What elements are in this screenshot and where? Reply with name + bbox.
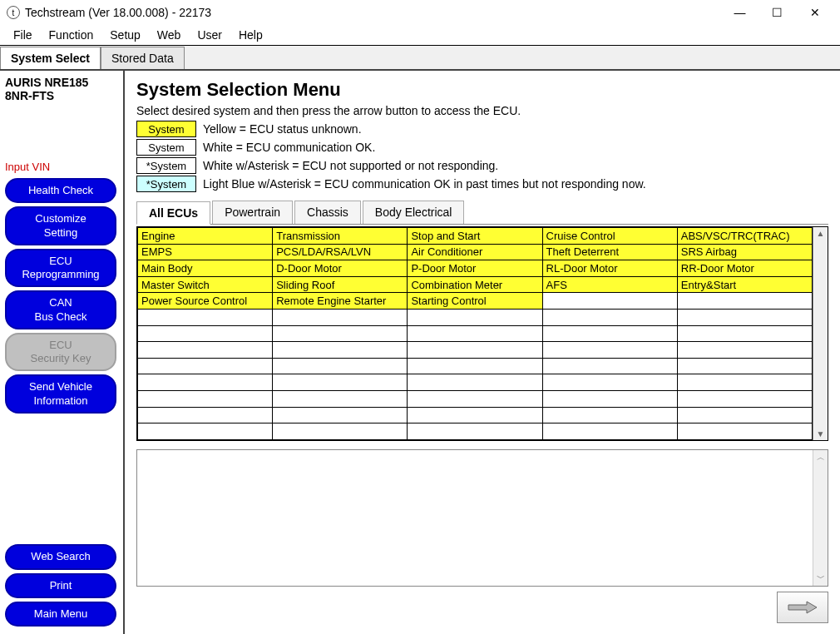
main-menu-button[interactable]: Main Menu xyxy=(5,602,116,627)
ecu-cell xyxy=(677,407,812,423)
table-row xyxy=(138,342,813,359)
top-tabs: System SelectStored Data xyxy=(0,45,840,71)
ecu-cell xyxy=(138,391,273,408)
ecu-cell[interactable]: EMPS xyxy=(138,244,273,260)
menu-help[interactable]: Help xyxy=(232,27,269,43)
print-button[interactable]: Print xyxy=(5,573,116,598)
table-row xyxy=(138,407,813,423)
ecu-cell[interactable]: Starting Control xyxy=(408,293,542,310)
vehicle-model: AURIS NRE185 xyxy=(5,76,118,89)
menu-file[interactable]: File xyxy=(7,27,39,43)
customize-button[interactable]: CustomizeSetting xyxy=(5,206,116,245)
ecu-tabs: All ECUsPowertrainChassisBody Electrical xyxy=(136,201,828,225)
ecu-cell[interactable]: Remote Engine Starter xyxy=(273,293,408,310)
ecu-cell xyxy=(273,423,408,440)
ecu-tab-all-ecus[interactable]: All ECUs xyxy=(136,201,210,225)
ecu-cell xyxy=(138,358,273,374)
menu-web[interactable]: Web xyxy=(151,27,188,43)
ecu-cell xyxy=(542,391,677,408)
tab-stored-data[interactable]: Stored Data xyxy=(101,47,185,69)
menu-function[interactable]: Function xyxy=(42,27,101,43)
ecu-button[interactable]: ECUReprogramming xyxy=(5,249,116,288)
web-search-button[interactable]: Web Search xyxy=(5,544,116,569)
legend-swatch: *System xyxy=(136,176,196,192)
legend-row: SystemWhite = ECU communication OK. xyxy=(136,139,828,156)
ecu-cell[interactable]: P-Door Motor xyxy=(408,260,542,277)
detail-panel: ︿ ﹀ xyxy=(136,449,828,587)
ecu-cell[interactable]: Entry&Start xyxy=(677,276,812,293)
ecu-tab-body-electrical[interactable]: Body Electrical xyxy=(363,201,465,224)
ecu-tab-powertrain[interactable]: Powertrain xyxy=(212,201,293,224)
ecu-cell[interactable]: Stop and Start xyxy=(408,228,542,245)
ecu-cell xyxy=(138,342,273,359)
ecu-cell[interactable]: Transmission xyxy=(273,228,408,245)
ecu-cell[interactable]: Main Body xyxy=(138,260,273,277)
send-vehicle-button[interactable]: Send VehicleInformation xyxy=(5,374,116,414)
scroll-up-icon[interactable]: ︿ xyxy=(815,450,827,465)
menu-user[interactable]: User xyxy=(190,27,229,43)
can-button[interactable]: CANBus Check xyxy=(5,290,116,329)
ecu-cell xyxy=(408,310,542,326)
arrow-right-icon xyxy=(787,600,818,615)
ecu-cell[interactable]: Sliding Roof xyxy=(273,276,408,293)
content-area: System Selection Menu Select desired sys… xyxy=(125,71,840,634)
menubar: FileFunctionSetupWebUserHelp xyxy=(0,25,840,45)
scroll-down-icon[interactable]: ﹀ xyxy=(815,571,827,586)
ecu-cell xyxy=(273,407,408,423)
scroll-up-icon[interactable]: ▲ xyxy=(815,227,827,240)
ecu-cell xyxy=(677,342,812,359)
scroll-down-icon[interactable]: ▼ xyxy=(815,428,827,440)
table-row: Master SwitchSliding RoofCombination Met… xyxy=(138,276,813,293)
ecu-cell[interactable]: RL-Door Motor xyxy=(542,260,677,277)
proceed-arrow-button[interactable] xyxy=(777,592,828,623)
page-subtitle: Select desired system and then press the… xyxy=(136,104,828,117)
ecu-cell[interactable]: D-Door Motor xyxy=(273,260,408,277)
ecu-cell xyxy=(677,325,812,342)
ecu-cell[interactable]: PCS/LDA/RSA/LVN xyxy=(273,244,408,260)
table-row xyxy=(138,374,813,391)
ecu-cell[interactable]: ABS/VSC/TRC(TRAC) xyxy=(677,228,812,245)
grid-scrollbar[interactable]: ▲ ▼ xyxy=(813,227,828,440)
ecu-cell[interactable]: SRS Airbag xyxy=(677,244,812,260)
ecu-cell[interactable]: Combination Meter xyxy=(408,276,542,293)
ecu-cell xyxy=(542,342,677,359)
legend-text: Light Blue w/Asterisk = ECU communicatio… xyxy=(203,177,646,191)
ecu-cell[interactable]: Master Switch xyxy=(138,276,273,293)
detail-scrollbar[interactable]: ︿ ﹀ xyxy=(813,450,828,586)
page-title: System Selection Menu xyxy=(136,79,828,101)
ecu-cell xyxy=(677,423,812,440)
menu-setup[interactable]: Setup xyxy=(103,27,147,43)
ecu-cell[interactable]: RR-Door Motor xyxy=(677,260,812,277)
maximize-button[interactable]: ☐ xyxy=(758,0,796,25)
ecu-cell xyxy=(677,310,812,326)
minimize-button[interactable]: — xyxy=(721,0,758,25)
app-icon: t xyxy=(7,6,20,19)
ecu-cell[interactable]: Cruise Control xyxy=(542,228,677,245)
legend-row: SystemYellow = ECU status unknown. xyxy=(136,121,828,137)
legend-text: Yellow = ECU status unknown. xyxy=(203,122,362,136)
input-vin-link[interactable]: Input VIN xyxy=(5,161,118,173)
ecu-cell xyxy=(677,358,812,374)
ecu-cell[interactable]: Theft Deterrent xyxy=(542,244,677,260)
ecu-cell xyxy=(542,310,677,326)
ecu-cell xyxy=(408,342,542,359)
health-check-button[interactable]: Health Check xyxy=(5,178,116,203)
ecu-cell[interactable]: Engine xyxy=(138,228,273,245)
tab-system-select[interactable]: System Select xyxy=(0,47,101,69)
table-row xyxy=(138,325,813,342)
ecu-cell[interactable]: Air Conditioner xyxy=(408,244,542,260)
ecu-cell xyxy=(138,374,273,391)
table-row: EMPSPCS/LDA/RSA/LVNAir ConditionerTheft … xyxy=(138,244,813,260)
table-row xyxy=(138,423,813,440)
vehicle-info: AURIS NRE185 8NR-FTS xyxy=(5,76,118,102)
ecu-tab-chassis[interactable]: Chassis xyxy=(294,201,361,224)
legend-text: White w/Asterisk = ECU not supported or … xyxy=(203,159,498,172)
legend-row: *SystemWhite w/Asterisk = ECU not suppor… xyxy=(136,157,828,174)
ecu-cell xyxy=(408,325,542,342)
ecu-cell[interactable]: Power Source Control xyxy=(138,293,273,310)
table-row xyxy=(138,391,813,408)
ecu-cell xyxy=(542,423,677,440)
close-button[interactable]: ✕ xyxy=(796,0,833,25)
ecu-cell[interactable]: AFS xyxy=(542,276,677,293)
legend-swatch: System xyxy=(136,139,196,156)
